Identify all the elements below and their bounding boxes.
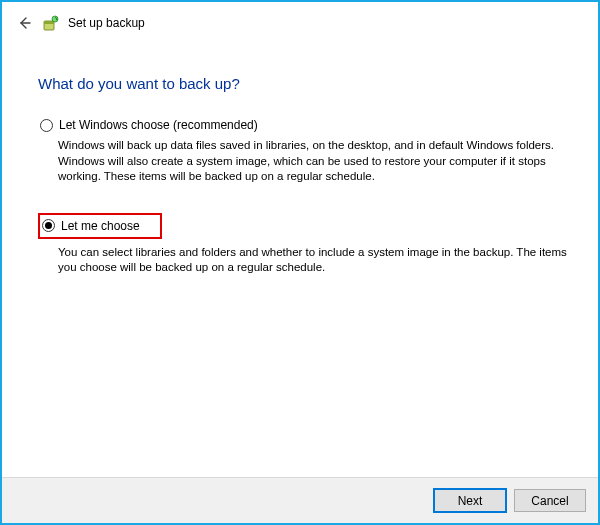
cancel-button[interactable]: Cancel bbox=[514, 489, 586, 512]
page-heading: What do you want to back up? bbox=[38, 75, 570, 92]
back-arrow-icon bbox=[16, 15, 32, 31]
content-area: What do you want to back up? Let Windows… bbox=[2, 35, 598, 477]
wizard-window: Set up backup What do you want to back u… bbox=[0, 0, 600, 525]
footer-bar: Next Cancel bbox=[2, 477, 598, 523]
radio-let-me-choose[interactable]: Let me choose bbox=[38, 213, 162, 239]
svg-rect-2 bbox=[44, 21, 54, 24]
radio-windows-choose[interactable]: Let Windows choose (recommended) bbox=[38, 116, 570, 134]
option-let-me-choose: Let me choose You can select libraries a… bbox=[38, 213, 570, 276]
header-bar: Set up backup bbox=[2, 2, 598, 35]
radio-icon bbox=[40, 119, 53, 132]
wizard-title: Set up backup bbox=[68, 16, 145, 30]
option-desc-windows-choose: Windows will back up data files saved in… bbox=[58, 138, 568, 185]
back-button[interactable] bbox=[14, 13, 34, 33]
radio-icon bbox=[42, 219, 55, 232]
option-label: Let me choose bbox=[61, 219, 140, 233]
option-label: Let Windows choose (recommended) bbox=[59, 118, 258, 132]
option-windows-choose: Let Windows choose (recommended) Windows… bbox=[38, 116, 570, 185]
backup-wizard-icon bbox=[42, 14, 60, 32]
option-desc-let-me-choose: You can select libraries and folders and… bbox=[58, 245, 568, 276]
next-button[interactable]: Next bbox=[434, 489, 506, 512]
